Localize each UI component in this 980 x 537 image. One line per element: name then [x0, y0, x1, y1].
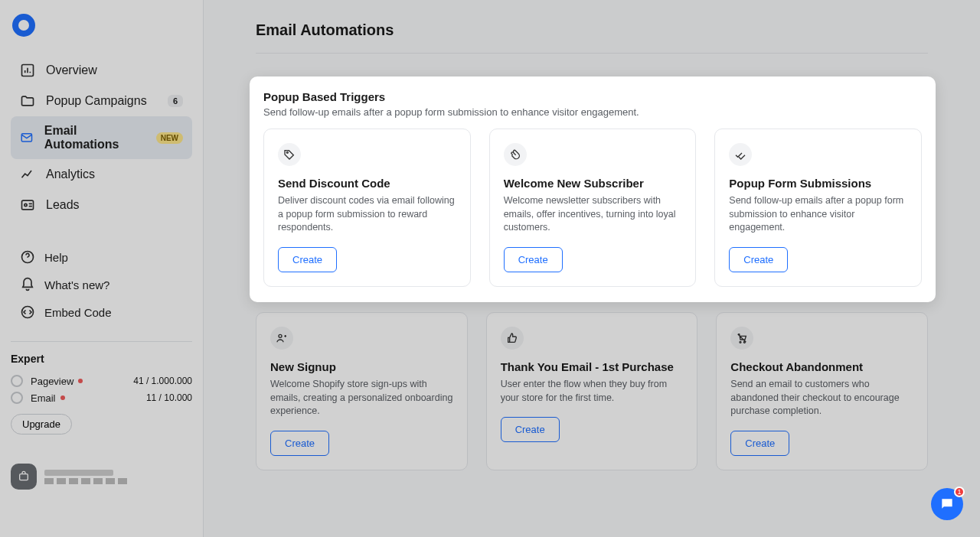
automation-card-discount: Send Discount Code Deliver discount code… — [263, 129, 471, 287]
plan-quota-box: Expert Pageview 41 / 1.000.000 Email 11 … — [11, 341, 192, 434]
nav-item-help[interactable]: Help — [11, 243, 192, 271]
card-title: Thank You Email - 1st Purchase — [501, 360, 684, 373]
plan-name: Expert — [11, 353, 192, 365]
nav-item-embed-code[interactable]: Embed Code — [11, 298, 192, 326]
popup-section-highlight: Popup Based Triggers Send follow-up emai… — [250, 76, 936, 302]
svg-rect-6 — [20, 474, 28, 480]
status-dot-icon — [60, 395, 65, 400]
card-title: Checkout Abandonment — [730, 360, 913, 373]
nav-item-label: Help — [44, 251, 68, 264]
app-logo — [12, 14, 35, 37]
svg-point-8 — [740, 341, 741, 343]
card-description: Welcome Shopify store sign-ups with emai… — [270, 378, 453, 418]
quota-pageview: Pageview 41 / 1.000.000 — [11, 373, 192, 389]
sidebar: Overview Popup Campaigns 6 Email Automat… — [0, 0, 204, 537]
automation-card-welcome: Welcome New Subscriber Welcome newslette… — [489, 129, 697, 287]
code-icon — [20, 304, 35, 320]
quota-label: Pageview — [31, 376, 74, 387]
quota-value: 11 / 10.000 — [146, 392, 192, 403]
chart-bar-icon — [20, 63, 35, 78]
nav-item-label: Overview — [46, 63, 97, 77]
svg-point-7 — [279, 334, 282, 337]
upgrade-button[interactable]: Upgrade — [11, 414, 72, 434]
page-title: Email Automations — [256, 21, 928, 54]
card-title: Popup Form Submissions — [729, 177, 907, 190]
card-description: Welcome newsletter subscribers with emai… — [504, 194, 682, 235]
nav-item-email-automations[interactable]: Email Automations NEW — [11, 116, 192, 159]
check-all-icon — [729, 143, 752, 166]
nav-item-label: Email Automations — [44, 124, 142, 151]
card-description: Send follow-up emails after a popup form… — [729, 194, 907, 235]
nav-item-label: Leads — [46, 198, 80, 212]
card-description: Send an email to customers who abandoned… — [730, 378, 913, 418]
card-icon — [20, 197, 35, 213]
create-button[interactable]: Create — [730, 431, 789, 456]
svg-point-10 — [286, 151, 288, 153]
chat-unread-badge: 1 — [954, 487, 965, 497]
nav-item-analytics[interactable]: Analytics — [11, 159, 192, 190]
svg-point-3 — [24, 203, 27, 206]
create-button[interactable]: Create — [729, 247, 788, 272]
help-icon — [20, 249, 35, 265]
create-button[interactable]: Create — [278, 247, 337, 272]
ring-icon — [11, 392, 23, 404]
bell-icon — [20, 277, 35, 292]
automation-card-checkout-abandon: Checkout Abandonment Send an email to cu… — [716, 312, 928, 470]
wave-icon — [504, 143, 527, 166]
chat-fab[interactable]: 1 — [931, 488, 963, 520]
nav-item-overview[interactable]: Overview — [11, 55, 192, 86]
quota-value: 41 / 1.000.000 — [133, 376, 192, 386]
nav-item-popup-campaigns[interactable]: Popup Campaigns 6 — [11, 86, 192, 116]
trend-icon — [20, 167, 35, 182]
cart-off-icon — [730, 327, 753, 350]
card-title: New Signup — [270, 360, 453, 373]
card-description: User enter the flow when they buy from y… — [501, 378, 684, 405]
nav-item-label: Analytics — [46, 168, 95, 181]
card-title: Welcome New Subscriber — [504, 177, 682, 190]
ring-icon — [11, 375, 23, 387]
tag-icon — [278, 143, 301, 166]
card-description: Deliver discount codes via email followi… — [278, 194, 456, 235]
nav-badge-count: 6 — [168, 95, 183, 107]
primary-nav: Overview Popup Campaigns 6 Email Automat… — [11, 55, 192, 220]
user-meta-placeholder — [44, 467, 152, 487]
nav-item-label: Embed Code — [44, 306, 112, 319]
create-button[interactable]: Create — [501, 417, 560, 442]
folder-icon — [20, 93, 35, 109]
automation-card-thank-you: Thank You Email - 1st Purchase User ente… — [486, 312, 698, 470]
quota-label: Email — [31, 392, 56, 404]
nav-item-label: Popup Campaigns — [46, 94, 147, 108]
thumbs-up-icon — [501, 327, 524, 350]
automation-card-new-signup: New Signup Welcome Shopify store sign-up… — [256, 312, 468, 470]
mail-icon — [20, 130, 34, 145]
avatar — [11, 464, 37, 490]
nav-badge-new: NEW — [156, 132, 183, 144]
section-subtitle: Send follow-up emails after a popup form… — [263, 106, 922, 118]
status-dot-icon — [78, 379, 83, 383]
create-button[interactable]: Create — [504, 247, 563, 272]
user-plus-icon — [270, 327, 293, 350]
nav-item-leads[interactable]: Leads — [11, 190, 192, 220]
shopify-section: Shopify Based Triggers Engage visitors w… — [256, 272, 928, 470]
user-block[interactable] — [11, 464, 192, 490]
nav-item-label: What's new? — [44, 278, 109, 291]
nav-item-whats-new[interactable]: What's new? — [11, 271, 192, 298]
quota-email: Email 11 / 10.000 — [11, 389, 192, 406]
section-title: Popup Based Triggers — [263, 90, 922, 103]
create-button[interactable]: Create — [270, 431, 329, 456]
automation-card-form-submissions: Popup Form Submissions Send follow-up em… — [714, 129, 922, 287]
card-title: Send Discount Code — [278, 177, 456, 190]
chat-icon — [939, 496, 955, 512]
secondary-nav: Help What's new? Embed Code — [11, 243, 192, 326]
